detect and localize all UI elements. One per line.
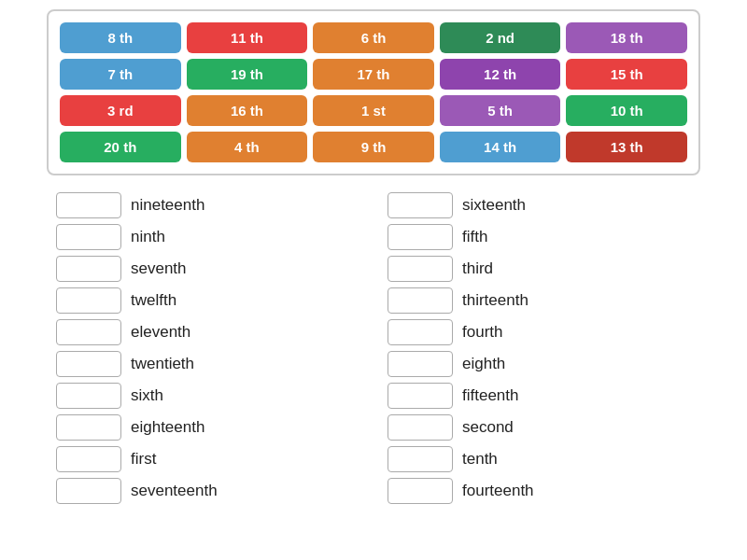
- button-grid: 8 th11 th6 th2 nd18 th7 th19 th17 th12 t…: [47, 9, 700, 175]
- right-match-row-0: sixteenth: [388, 192, 691, 218]
- right-match-row-1: fifth: [388, 224, 691, 250]
- right-drop-box-9[interactable]: [388, 478, 453, 504]
- right-drop-box-3[interactable]: [388, 287, 453, 314]
- left-match-row-1: ninth: [56, 224, 359, 250]
- ordinal-button-15[interactable]: 20 th: [60, 132, 181, 162]
- right-drop-box-6[interactable]: [388, 383, 453, 409]
- left-match-row-7: eighteenth: [56, 414, 359, 441]
- left-word-label-9: seventeenth: [131, 482, 218, 500]
- ordinal-button-18[interactable]: 14 th: [440, 132, 561, 162]
- left-drop-box-9[interactable]: [56, 478, 121, 504]
- left-match-row-5: twentieth: [56, 351, 359, 377]
- left-drop-box-3[interactable]: [56, 287, 121, 314]
- right-drop-box-7[interactable]: [388, 414, 453, 441]
- ordinal-button-19[interactable]: 13 th: [566, 132, 687, 162]
- left-match-row-3: twelfth: [56, 287, 359, 314]
- ordinal-button-7[interactable]: 17 th: [313, 59, 434, 90]
- left-word-label-2: seventh: [131, 259, 187, 278]
- right-match-row-2: third: [388, 256, 691, 282]
- left-drop-box-2[interactable]: [56, 256, 121, 282]
- ordinal-button-0[interactable]: 8 th: [60, 22, 181, 53]
- right-column: sixteenthfifththirdthirteenthfourtheight…: [388, 192, 691, 506]
- right-word-label-3: thirteenth: [462, 291, 529, 310]
- right-drop-box-8[interactable]: [388, 446, 453, 472]
- right-word-label-8: tenth: [462, 450, 498, 469]
- right-drop-box-1[interactable]: [388, 224, 453, 250]
- right-word-label-4: fourth: [462, 323, 502, 342]
- right-word-label-5: eighth: [462, 355, 505, 373]
- ordinal-button-4[interactable]: 18 th: [566, 22, 687, 53]
- ordinal-button-9[interactable]: 15 th: [566, 59, 687, 90]
- left-match-row-2: seventh: [56, 256, 359, 282]
- ordinal-button-11[interactable]: 16 th: [187, 95, 308, 126]
- right-match-row-8: tenth: [388, 446, 691, 472]
- left-word-label-0: nineteenth: [131, 196, 204, 215]
- right-drop-box-4[interactable]: [388, 319, 453, 345]
- ordinal-button-14[interactable]: 10 th: [566, 95, 687, 126]
- left-drop-box-4[interactable]: [56, 319, 121, 345]
- ordinal-button-1[interactable]: 11 th: [187, 22, 308, 53]
- ordinal-button-17[interactable]: 9 th: [313, 132, 434, 162]
- right-drop-box-5[interactable]: [388, 351, 453, 377]
- left-drop-box-7[interactable]: [56, 414, 121, 441]
- ordinal-button-16[interactable]: 4 th: [187, 132, 308, 162]
- left-column: nineteenthninthseventhtwelftheleventhtwe…: [56, 192, 359, 506]
- right-word-label-6: fifteenth: [462, 386, 519, 405]
- left-drop-box-0[interactable]: [56, 192, 121, 218]
- match-area: nineteenthninthseventhtwelftheleventhtwe…: [47, 192, 700, 506]
- ordinal-button-6[interactable]: 19 th: [187, 59, 308, 90]
- left-match-row-4: eleventh: [56, 319, 359, 345]
- left-word-label-1: ninth: [131, 228, 165, 246]
- left-word-label-8: first: [131, 450, 156, 469]
- ordinal-button-13[interactable]: 5 th: [440, 95, 561, 126]
- left-word-label-6: sixth: [131, 386, 163, 405]
- right-word-label-2: third: [462, 259, 493, 278]
- left-word-label-5: twentieth: [131, 355, 194, 373]
- right-word-label-1: fifth: [462, 228, 487, 246]
- left-drop-box-8[interactable]: [56, 446, 121, 472]
- right-match-row-9: fourteenth: [388, 478, 691, 504]
- right-match-row-6: fifteenth: [388, 383, 691, 409]
- left-drop-box-1[interactable]: [56, 224, 121, 250]
- left-word-label-7: eighteenth: [131, 418, 204, 437]
- left-match-row-6: sixth: [56, 383, 359, 409]
- ordinal-button-12[interactable]: 1 st: [313, 95, 434, 126]
- left-word-label-4: eleventh: [131, 323, 190, 342]
- ordinal-button-10[interactable]: 3 rd: [60, 95, 181, 126]
- left-match-row-0: nineteenth: [56, 192, 359, 218]
- left-match-row-9: seventeenth: [56, 478, 359, 504]
- ordinal-button-5[interactable]: 7 th: [60, 59, 181, 90]
- ordinal-button-2[interactable]: 6 th: [313, 22, 434, 53]
- left-drop-box-6[interactable]: [56, 383, 121, 409]
- right-match-row-5: eighth: [388, 351, 691, 377]
- right-word-label-0: sixteenth: [462, 196, 526, 215]
- right-match-row-7: second: [388, 414, 691, 441]
- ordinal-button-3[interactable]: 2 nd: [440, 22, 561, 53]
- right-drop-box-2[interactable]: [388, 256, 453, 282]
- left-word-label-3: twelfth: [131, 291, 176, 310]
- right-drop-box-0[interactable]: [388, 192, 453, 218]
- ordinal-button-8[interactable]: 12 th: [440, 59, 561, 90]
- left-match-row-8: first: [56, 446, 359, 472]
- right-word-label-7: second: [462, 418, 514, 437]
- right-match-row-4: fourth: [388, 319, 691, 345]
- right-word-label-9: fourteenth: [462, 482, 534, 500]
- main-container: 8 th11 th6 th2 nd18 th7 th19 th17 th12 t…: [47, 9, 700, 506]
- left-drop-box-5[interactable]: [56, 351, 121, 377]
- right-match-row-3: thirteenth: [388, 287, 691, 314]
